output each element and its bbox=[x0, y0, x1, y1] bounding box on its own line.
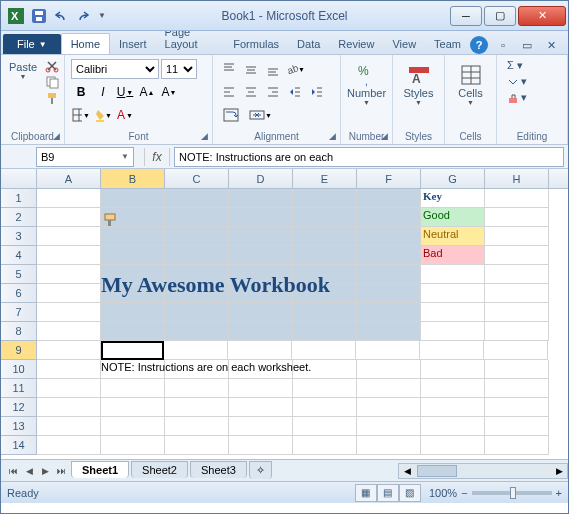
row-header-11[interactable]: 11 bbox=[1, 379, 37, 398]
cell-F9[interactable] bbox=[356, 341, 420, 360]
close-workbook-icon[interactable]: ✕ bbox=[542, 36, 560, 54]
cell-G6[interactable] bbox=[421, 284, 485, 303]
row-header-5[interactable]: 5 bbox=[1, 265, 37, 284]
cell-C8[interactable] bbox=[165, 322, 229, 341]
cell-H1[interactable] bbox=[485, 189, 549, 208]
zoom-level[interactable]: 100% bbox=[429, 487, 457, 499]
fill-color-icon[interactable]: ▼ bbox=[93, 105, 113, 125]
cell-B13[interactable] bbox=[101, 417, 165, 436]
redo-icon[interactable] bbox=[73, 8, 93, 24]
cell-F2[interactable] bbox=[357, 208, 421, 227]
col-header-H[interactable]: H bbox=[485, 169, 549, 188]
tab-view[interactable]: View bbox=[383, 34, 425, 54]
number-format-button[interactable]: %, Number ▼ bbox=[347, 59, 386, 106]
number-dialog-launcher-icon[interactable]: ◢ bbox=[378, 130, 390, 142]
cell-D7[interactable] bbox=[229, 303, 293, 322]
row-header-9[interactable]: 9 bbox=[1, 341, 37, 360]
cell-G2[interactable]: Good bbox=[421, 208, 485, 227]
new-sheet-icon[interactable]: ✧ bbox=[249, 461, 272, 479]
cell-A1[interactable] bbox=[37, 189, 101, 208]
tab-home[interactable]: Home bbox=[61, 33, 110, 54]
font-name-combo[interactable]: Calibri bbox=[71, 59, 159, 79]
row-header-6[interactable]: 6 bbox=[1, 284, 37, 303]
cell-E4[interactable] bbox=[293, 246, 357, 265]
cell-A11[interactable] bbox=[37, 379, 101, 398]
cell-F8[interactable] bbox=[357, 322, 421, 341]
align-bottom-icon[interactable] bbox=[263, 59, 283, 79]
cell-H4[interactable] bbox=[485, 246, 549, 265]
col-header-G[interactable]: G bbox=[421, 169, 485, 188]
row-header-10[interactable]: 10 bbox=[1, 360, 37, 379]
cell-D13[interactable] bbox=[229, 417, 293, 436]
bold-button[interactable]: B bbox=[71, 82, 91, 102]
tab-data[interactable]: Data bbox=[288, 34, 329, 54]
cell-G14[interactable] bbox=[421, 436, 485, 455]
row-header-2[interactable]: 2 bbox=[1, 208, 37, 227]
zoom-out-icon[interactable]: − bbox=[461, 487, 467, 499]
cell-G13[interactable] bbox=[421, 417, 485, 436]
cell-E10[interactable] bbox=[293, 360, 357, 379]
align-left-icon[interactable] bbox=[219, 82, 239, 102]
row-header-7[interactable]: 7 bbox=[1, 303, 37, 322]
formula-input[interactable]: NOTE: Instructions are on each bbox=[174, 147, 564, 167]
cell-F10[interactable] bbox=[357, 360, 421, 379]
sheet-nav-last-icon[interactable]: ⏭ bbox=[53, 463, 69, 479]
cell-A12[interactable] bbox=[37, 398, 101, 417]
scroll-thumb[interactable] bbox=[417, 465, 457, 477]
cell-G7[interactable] bbox=[421, 303, 485, 322]
cell-H10[interactable] bbox=[485, 360, 549, 379]
cell-H3[interactable] bbox=[485, 227, 549, 246]
cell-D2[interactable] bbox=[229, 208, 293, 227]
shrink-font-icon[interactable]: A▼ bbox=[159, 82, 179, 102]
cell-D14[interactable] bbox=[229, 436, 293, 455]
cell-B9[interactable] bbox=[101, 341, 164, 360]
cell-A7[interactable] bbox=[37, 303, 101, 322]
cell-A13[interactable] bbox=[37, 417, 101, 436]
cell-B14[interactable] bbox=[101, 436, 165, 455]
cell-D1[interactable] bbox=[229, 189, 293, 208]
cell-A4[interactable] bbox=[37, 246, 101, 265]
cut-icon[interactable] bbox=[43, 59, 61, 73]
cell-H11[interactable] bbox=[485, 379, 549, 398]
tab-insert[interactable]: Insert bbox=[110, 34, 156, 54]
cell-F14[interactable] bbox=[357, 436, 421, 455]
copy-icon[interactable] bbox=[43, 75, 61, 89]
page-break-view-icon[interactable]: ▧ bbox=[399, 484, 421, 502]
cell-C9[interactable] bbox=[164, 341, 228, 360]
cell-C7[interactable] bbox=[165, 303, 229, 322]
cell-E1[interactable] bbox=[293, 189, 357, 208]
cell-C1[interactable] bbox=[165, 189, 229, 208]
tab-review[interactable]: Review bbox=[329, 34, 383, 54]
cell-B1[interactable] bbox=[101, 189, 165, 208]
col-header-A[interactable]: A bbox=[37, 169, 101, 188]
cell-B6[interactable] bbox=[101, 284, 165, 303]
cell-B4[interactable] bbox=[101, 246, 165, 265]
merge-center-icon[interactable]: ▼ bbox=[245, 105, 276, 125]
excel-app-icon[interactable]: X bbox=[5, 6, 27, 26]
cell-E5[interactable] bbox=[293, 265, 357, 284]
horizontal-scrollbar[interactable]: ◀ ▶ bbox=[398, 463, 568, 479]
cell-C3[interactable] bbox=[165, 227, 229, 246]
cell-F3[interactable] bbox=[357, 227, 421, 246]
cell-E11[interactable] bbox=[293, 379, 357, 398]
cell-E2[interactable] bbox=[293, 208, 357, 227]
orientation-icon[interactable]: ab▼ bbox=[285, 59, 305, 79]
cell-C12[interactable] bbox=[165, 398, 229, 417]
font-size-combo[interactable]: 11 bbox=[161, 59, 197, 79]
cell-D4[interactable] bbox=[229, 246, 293, 265]
borders-icon[interactable]: ▼ bbox=[71, 105, 91, 125]
cell-H2[interactable] bbox=[485, 208, 549, 227]
col-header-D[interactable]: D bbox=[229, 169, 293, 188]
autosum-icon[interactable]: Σ ▾ bbox=[507, 59, 523, 72]
cell-E6[interactable] bbox=[293, 284, 357, 303]
sheet-nav-next-icon[interactable]: ▶ bbox=[37, 463, 53, 479]
cell-C2[interactable] bbox=[165, 208, 229, 227]
cell-G4[interactable]: Bad bbox=[421, 246, 485, 265]
cell-A3[interactable] bbox=[37, 227, 101, 246]
cell-C4[interactable] bbox=[165, 246, 229, 265]
col-header-B[interactable]: B bbox=[101, 169, 165, 188]
undo-icon[interactable] bbox=[51, 8, 71, 24]
cell-G10[interactable] bbox=[421, 360, 485, 379]
zoom-slider[interactable] bbox=[472, 491, 552, 495]
cell-B7[interactable] bbox=[101, 303, 165, 322]
